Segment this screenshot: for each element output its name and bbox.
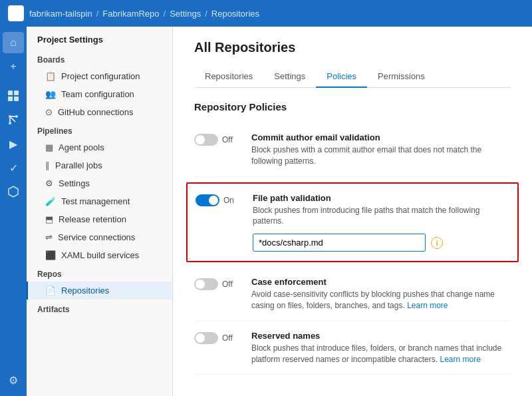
- sidebar-item-release-retention[interactable]: ⬒ Release retention: [27, 210, 172, 228]
- breadcrumb-settings[interactable]: Settings: [170, 9, 201, 19]
- tab-repositories[interactable]: Repositories: [194, 66, 263, 88]
- toggle-case-enforcement[interactable]: [194, 278, 218, 290]
- sidebar-item-label: Repositories: [61, 286, 109, 296]
- case-enforcement-desc-text: Avoid case-sensitivity conflicts by bloc…: [251, 290, 495, 310]
- svg-rect-1: [14, 91, 19, 95]
- add-icon[interactable]: +: [3, 56, 24, 77]
- sidebar-item-label: Team configuration: [61, 89, 134, 99]
- toggle-label-file-path: On: [223, 196, 234, 205]
- sidebar-item-label: Parallel jobs: [55, 160, 102, 170]
- tab-policies[interactable]: Policies: [316, 66, 367, 88]
- sidebar-item-github-connections[interactable]: ⊙ GitHub connections: [27, 103, 172, 121]
- repos-nav-icon[interactable]: [3, 109, 24, 130]
- sidebar-section-boards: Boards: [27, 50, 172, 67]
- repositories-icon: 📄: [45, 286, 56, 296]
- sidebar-item-label: GitHub connections: [58, 107, 133, 117]
- policy-content-commit-author: Commit author email validation Block pus…: [251, 132, 511, 167]
- case-enforcement-learn-more-link[interactable]: Learn more: [407, 301, 448, 310]
- toggle-label-commit-author: Off: [222, 135, 233, 144]
- policy-row-case-enforcement: Off Case enforcement Avoid case-sensitiv…: [194, 268, 511, 321]
- policy-content-reserved-names: Reserved names Block pushes that introdu…: [251, 331, 511, 365]
- sidebar-item-label: Test management: [61, 196, 130, 206]
- tabs-bar: Repositories Settings Policies Permissio…: [194, 66, 511, 88]
- team-config-icon: 👥: [45, 89, 56, 99]
- policy-input-row-file-path: i: [253, 234, 509, 252]
- sidebar-item-label: Service connections: [58, 232, 135, 242]
- sidebar-item-team-config[interactable]: 👥 Team configuration: [27, 85, 172, 103]
- release-retention-icon: ⬒: [45, 214, 53, 224]
- breadcrumb-repositories[interactable]: Repositories: [211, 9, 259, 19]
- svg-rect-3: [14, 97, 19, 101]
- policy-desc-reserved-names: Block pushes that introduce files, folde…: [251, 343, 511, 365]
- policy-name-case-enforcement: Case enforcement: [251, 277, 511, 287]
- azure-devops-logo[interactable]: [8, 5, 24, 21]
- tab-settings[interactable]: Settings: [263, 66, 316, 88]
- sidebar-item-label: XAML build services: [61, 250, 139, 260]
- svg-point-4: [9, 115, 11, 118]
- sidebar-section-repos: Repos: [27, 264, 172, 282]
- breadcrumb-repo[interactable]: FabrikamRepo: [102, 9, 159, 19]
- topbar: fabrikam-tailspin / FabrikamRepo / Setti…: [0, 0, 532, 27]
- agent-pools-icon: ▦: [45, 142, 53, 152]
- breadcrumb: fabrikam-tailspin / FabrikamRepo / Setti…: [29, 9, 259, 19]
- toggle-reserved-names[interactable]: [194, 332, 218, 344]
- pipelines-nav-icon[interactable]: ▶: [3, 133, 24, 154]
- test-nav-icon[interactable]: ✓: [3, 157, 24, 178]
- breadcrumb-sep-1: /: [96, 9, 99, 19]
- settings-icon: ⚙: [45, 178, 53, 188]
- policy-desc-commit-author: Block pushes with a commit author email …: [251, 144, 511, 167]
- settings-nav-icon[interactable]: ⚙: [3, 369, 24, 391]
- reserved-names-learn-more-link[interactable]: Learn more: [440, 355, 480, 364]
- sidebar-item-label: Release retention: [59, 214, 126, 224]
- info-icon-file-path[interactable]: i: [431, 237, 443, 249]
- svg-point-6: [15, 115, 18, 118]
- policy-row-commit-author-email: Off Commit author email validation Block…: [194, 123, 511, 177]
- sidebar-section-pipelines: Pipelines: [27, 121, 172, 138]
- sidebar-title: Project Settings: [27, 27, 172, 50]
- icon-rail: ⌂ + ▶ ✓ ⚙: [0, 27, 27, 396]
- sidebar-item-parallel-jobs[interactable]: ∥ Parallel jobs: [27, 156, 172, 174]
- svg-marker-10: [9, 186, 18, 197]
- sidebar-section-artifacts: Artifacts: [27, 299, 172, 317]
- policy-name-file-path: File path validation: [253, 193, 509, 203]
- breadcrumb-org[interactable]: fabrikam-tailspin: [29, 9, 92, 19]
- content-area: All Repositories Repositories Settings P…: [173, 27, 532, 396]
- xaml-build-icon: ⬛: [45, 250, 56, 260]
- sidebar-item-service-connections[interactable]: ⇌ Service connections: [27, 228, 172, 246]
- test-management-icon: 🧪: [45, 196, 56, 206]
- file-path-input[interactable]: [253, 234, 426, 252]
- sidebar-item-label: Project configuration: [61, 71, 140, 81]
- policy-desc-file-path: Block pushes from introducing file paths…: [253, 205, 509, 228]
- toggle-area-commit-author: Off: [194, 132, 241, 146]
- policy-name-commit-author: Commit author email validation: [251, 132, 511, 142]
- sidebar-item-repositories[interactable]: 📄 Repositories: [27, 282, 172, 299]
- policy-desc-case-enforcement: Avoid case-sensitivity conflicts by bloc…: [251, 289, 511, 311]
- sidebar-item-label: Settings: [59, 178, 90, 188]
- policy-row-reserved-names: Off Reserved names Block pushes that int…: [194, 321, 511, 375]
- svg-rect-0: [8, 91, 13, 95]
- home-icon[interactable]: ⌂: [3, 32, 24, 53]
- policy-row-file-path: On File path validation Block pushes fro…: [186, 182, 519, 263]
- breadcrumb-sep-3: /: [205, 9, 207, 19]
- artifacts-nav-icon[interactable]: [3, 181, 24, 202]
- boards-nav-icon[interactable]: [3, 85, 24, 106]
- toggle-commit-author-email[interactable]: [194, 134, 218, 146]
- sidebar-item-project-config[interactable]: 📋 Project configuration: [27, 67, 172, 85]
- sidebar-item-xaml-build[interactable]: ⬛ XAML build services: [27, 246, 172, 264]
- sidebar-item-settings[interactable]: ⚙ Settings: [27, 174, 172, 192]
- tab-permissions[interactable]: Permissions: [367, 66, 436, 88]
- toggle-label-case-enforcement: Off: [222, 280, 233, 289]
- toggle-area-reserved-names: Off: [194, 331, 241, 344]
- toggle-file-path-validation[interactable]: [196, 194, 219, 206]
- policy-name-reserved-names: Reserved names: [251, 331, 511, 341]
- policy-content-case-enforcement: Case enforcement Avoid case-sensitivity …: [251, 277, 511, 311]
- toggle-area-file-path: On: [196, 193, 242, 206]
- svg-point-5: [9, 122, 11, 124]
- sidebar-item-test-management[interactable]: 🧪 Test management: [27, 192, 172, 210]
- main-layout: ⌂ + ▶ ✓ ⚙ Project Settings Boards 📋 Proj…: [0, 27, 532, 396]
- section-title: Repository Policies: [194, 101, 511, 112]
- service-connections-icon: ⇌: [45, 232, 53, 242]
- sidebar-item-agent-pools[interactable]: ▦ Agent pools: [27, 138, 172, 156]
- sidebar: Project Settings Boards 📋 Project config…: [27, 27, 173, 396]
- toggle-label-reserved-names: Off: [222, 333, 233, 343]
